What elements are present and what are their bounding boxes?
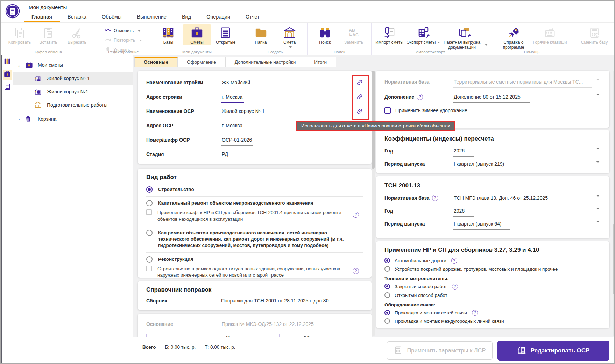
collection-value[interactable]: Поправки для ТСН-2001 от 28.11.2025 г. д… bbox=[221, 298, 328, 304]
opened-button[interactable]: Открытые bbox=[211, 24, 240, 45]
hotkeys-button[interactable]: Горячие клавиши bbox=[532, 24, 568, 45]
radio-off-icon[interactable] bbox=[384, 292, 390, 298]
radio-pavements[interactable]: Устройство покрытий дорожек, тротуаров, … bbox=[384, 266, 601, 272]
tab-vstavka[interactable]: Вставка bbox=[60, 12, 94, 22]
radio-off-icon[interactable] bbox=[146, 200, 153, 206]
batch-export-dropdown-icon[interactable] bbox=[485, 44, 488, 46]
scrollbar-thumb[interactable] bbox=[372, 71, 375, 169]
radio-off-icon[interactable] bbox=[146, 256, 153, 263]
tab-obyomy[interactable]: Объёмы bbox=[94, 12, 129, 22]
undo-button[interactable]: Отменить bbox=[105, 27, 142, 35]
radio-intercity-lines[interactable]: Прокладка и монтаж междугородных линий с… bbox=[384, 318, 601, 324]
chevron-down-icon[interactable]: ⌄ bbox=[13, 63, 25, 68]
link-icon[interactable] bbox=[354, 79, 363, 86]
radio-closed-method[interactable]: Закрытый способ работ ? bbox=[384, 284, 601, 290]
rail-opened-button[interactable] bbox=[3, 82, 12, 93]
tree-item-building-1[interactable]: Жилой корпус № 1 bbox=[13, 72, 133, 85]
link-icon[interactable] bbox=[354, 93, 363, 100]
checkbox-icon[interactable] bbox=[384, 107, 391, 114]
change-base-button[interactable]: Сменить базу bbox=[580, 24, 609, 45]
rail-bases-button[interactable] bbox=[3, 57, 12, 67]
radio-on-icon[interactable] bbox=[384, 310, 390, 315]
apply-parameters-button[interactable]: Применить параметры к ЛСР bbox=[387, 341, 493, 360]
tab-totals[interactable]: Итоги bbox=[305, 57, 336, 67]
rail-estimates-button[interactable] bbox=[3, 70, 12, 80]
bases-button[interactable]: Базы bbox=[154, 24, 183, 45]
redo-dropdown-icon[interactable] bbox=[139, 40, 142, 41]
help-icon[interactable]: ? bbox=[452, 284, 458, 290]
tree-item-recycle-bin[interactable]: › Корзина bbox=[13, 112, 133, 126]
tab-main-settings[interactable]: Основные bbox=[134, 57, 178, 67]
redo-button[interactable]: Повторить bbox=[105, 36, 142, 44]
export-estimate-button[interactable]: Экспорт сметы bbox=[406, 24, 441, 45]
search-button[interactable]: Поиск bbox=[311, 24, 339, 45]
cut-button[interactable]: Вырезать bbox=[63, 24, 91, 45]
stage-input[interactable]: РД bbox=[221, 151, 354, 157]
osr-name-input[interactable]: Жилой корпус № 1 bbox=[221, 108, 354, 114]
radio-off-icon[interactable] bbox=[384, 318, 390, 324]
tree-item-my-estimates[interactable]: ⌄ Мои сметы bbox=[13, 58, 133, 72]
radio-comm-networks[interactable]: Прокладка и монтаж сетей связи ? bbox=[384, 310, 601, 316]
tab-vypolnenie[interactable]: Выполнение bbox=[129, 12, 174, 22]
coeff-year-dropdown[interactable]: 2026 bbox=[453, 148, 601, 154]
tab-additional-settings[interactable]: Дополнительные настройки bbox=[226, 57, 305, 67]
radio-on-icon[interactable] bbox=[384, 258, 390, 263]
export-dropdown-icon[interactable] bbox=[437, 42, 440, 43]
tsn13-year-dropdown[interactable]: 2026 bbox=[453, 208, 601, 214]
radio-reconstruction[interactable]: Реконструкция bbox=[146, 256, 363, 263]
construction-address-input[interactable]: г. Москва bbox=[221, 94, 354, 100]
radio-capital-prod[interactable]: Кап.ремонт объектов производственного на… bbox=[146, 230, 363, 249]
tab-glavnaya[interactable]: Главная bbox=[24, 12, 60, 22]
tab-operacii[interactable]: Операции bbox=[199, 12, 238, 22]
radio-construction[interactable]: Строительство bbox=[146, 186, 363, 193]
winter-checkbox-row[interactable]: Применить зимнее удорожание bbox=[384, 107, 601, 114]
radio-off-icon[interactable] bbox=[384, 266, 390, 272]
supplement-dropdown[interactable]: Дополнение 80 от 15.12.2025 bbox=[453, 94, 601, 100]
paste-button[interactable]: Вставить bbox=[34, 24, 63, 45]
tsn13-base-dropdown[interactable]: ТСН МГЭ глава 13. Доп. 46 от 25.12.2025 bbox=[453, 195, 601, 201]
left-column-scrollbar[interactable] bbox=[372, 71, 375, 336]
basis-input[interactable]: Приказ № МКЭ-ОД/25-132 от 22.12.2025 bbox=[221, 321, 354, 327]
checkbox-icon[interactable] bbox=[146, 266, 152, 271]
scrollbar-thumb[interactable] bbox=[613, 224, 615, 294]
coeff-period-dropdown[interactable]: I квартал (выпуск 219) bbox=[453, 161, 601, 167]
help-icon[interactable]: ? bbox=[353, 212, 359, 218]
help-icon[interactable]: ? bbox=[417, 94, 423, 100]
tab-otchet[interactable]: Отчет bbox=[238, 12, 267, 22]
norm-base-dropdown[interactable]: Территориальные сметные нормативы для Мо… bbox=[453, 79, 601, 85]
estimates-button[interactable]: Сметы bbox=[183, 24, 211, 45]
tab-vid[interactable]: Вид bbox=[174, 12, 199, 22]
construction-name-input[interactable]: ЖК Майский bbox=[221, 79, 354, 86]
tree-item-building-2[interactable]: Жилой корпус №1 bbox=[13, 85, 133, 98]
chevron-right-icon[interactable]: › bbox=[13, 116, 25, 122]
copy-button[interactable]: Копировать bbox=[5, 24, 34, 45]
create-estimate-dropdown-icon[interactable] bbox=[289, 46, 292, 48]
replace-button[interactable]: AB↳AC Заменить bbox=[339, 24, 368, 45]
create-folder-button[interactable]: Папка bbox=[247, 24, 275, 45]
tab-formatting[interactable]: Оформление bbox=[178, 57, 226, 67]
checkbox-one-title[interactable]: Строительство в рамках одного титула нов… bbox=[146, 266, 363, 278]
link-icon[interactable] bbox=[354, 108, 363, 115]
right-column-scrollbar[interactable] bbox=[613, 71, 615, 336]
edit-osr-button[interactable]: Редактировать ОСР bbox=[497, 341, 609, 361]
radio-open-method[interactable]: Открытый способ работ bbox=[384, 292, 601, 299]
create-estimate-button[interactable]: Смета bbox=[275, 24, 304, 48]
help-icon[interactable]: ? bbox=[353, 268, 359, 274]
osr-number-input[interactable]: ОСР-01-2026 bbox=[221, 137, 354, 143]
radio-roads[interactable]: Автомобильные дороги ? bbox=[384, 258, 601, 264]
radio-capital-nonprod[interactable]: Капитальный ремонт объектов непроизводст… bbox=[146, 200, 363, 206]
batch-export-button[interactable]: Пакетная выгрузка документации bbox=[441, 24, 488, 50]
help-icon[interactable]: ? bbox=[472, 310, 478, 316]
tree-item-preparatory-works[interactable]: Подготовительные работы bbox=[13, 98, 133, 112]
checkbox-icon[interactable] bbox=[146, 209, 152, 215]
checkbox-tsn4[interactable]: Применение коэф. к НР и СП для сборников… bbox=[146, 209, 363, 222]
radio-on-icon[interactable] bbox=[146, 186, 153, 193]
about-button[interactable]: Справка о программе bbox=[495, 24, 532, 50]
import-estimate-button[interactable]: Импорт сметы bbox=[373, 24, 406, 45]
help-icon[interactable]: ? bbox=[451, 258, 457, 264]
radio-on-icon[interactable] bbox=[384, 284, 390, 289]
radio-off-icon[interactable] bbox=[146, 230, 153, 236]
tsn13-period-dropdown[interactable]: I квартал (выпуск 64) bbox=[453, 221, 601, 227]
undo-dropdown-icon[interactable] bbox=[138, 30, 141, 32]
help-icon[interactable]: ? bbox=[432, 195, 438, 201]
